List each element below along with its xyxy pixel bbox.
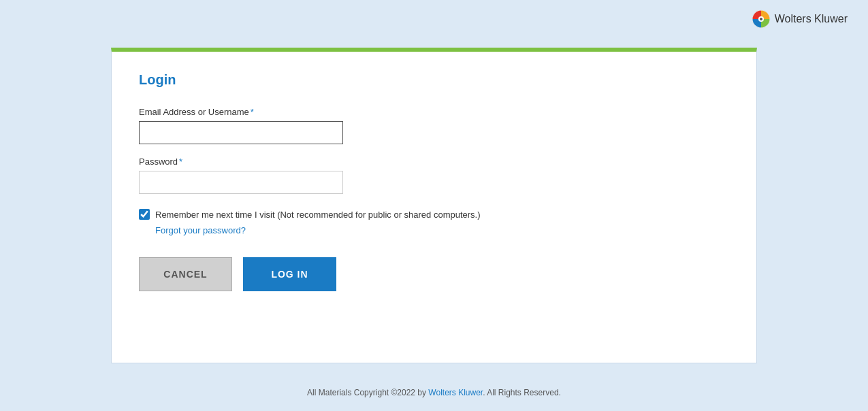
forgot-password-link[interactable]: Forgot your password? (155, 225, 736, 235)
email-label: Email Address or Username* (139, 107, 736, 117)
footer-wk-link[interactable]: Wolters Kluwer (428, 388, 483, 397)
remember-label: Remember me next time I visit (Not recom… (155, 210, 481, 220)
wk-logo-icon (752, 10, 771, 29)
email-input[interactable] (139, 121, 343, 144)
email-required-star: * (251, 107, 254, 117)
footer-text-before: All Materials Copyright ©2022 by (307, 388, 428, 397)
svg-point-2 (760, 18, 762, 20)
login-form-area: Login Email Address or Username* Passwor… (112, 52, 756, 312)
footer: All Materials Copyright ©2022 by Wolters… (0, 388, 868, 397)
main-panel: Login Email Address or Username* Passwor… (111, 48, 757, 363)
password-input[interactable] (139, 171, 343, 194)
footer-text-after: . All Rights Reserved. (483, 388, 561, 397)
login-button[interactable]: LOG IN (243, 257, 336, 291)
email-group: Email Address or Username* (139, 107, 736, 144)
logo-text: Wolters Kluwer (775, 13, 848, 25)
logo-area: Wolters Kluwer (752, 10, 848, 29)
cancel-button[interactable]: CANCEL (139, 257, 232, 291)
password-group: Password* (139, 157, 736, 194)
remember-row: Remember me next time I visit (Not recom… (139, 209, 736, 220)
login-title: Login (139, 72, 736, 88)
password-required-star: * (179, 157, 182, 167)
password-label: Password* (139, 157, 736, 167)
button-row: CANCEL LOG IN (139, 257, 736, 291)
remember-checkbox[interactable] (139, 209, 150, 220)
